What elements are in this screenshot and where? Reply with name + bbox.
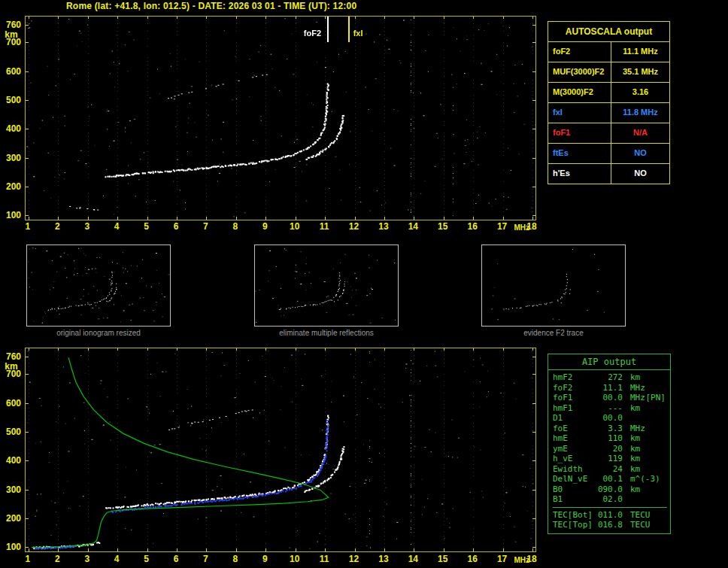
aip-param-unit: m^(-3)	[623, 474, 660, 484]
aip-param-name: hmE	[553, 433, 594, 444]
aip-param-name: TEC[Top]	[553, 520, 594, 530]
scaled-ionogram-panel	[25, 16, 536, 220]
aip-row-hmF2: hmF2272km	[553, 372, 667, 383]
y-axis-tick-label: 500	[2, 95, 21, 105]
x-axis-tick-label: 8	[227, 221, 244, 232]
autoscala-table-title: AUTOSCALA output	[548, 22, 669, 42]
aip-param-value: 00.0	[594, 413, 623, 424]
scaled-ionogram-canvas	[26, 17, 535, 220]
x-axis-tick-label: 12	[346, 554, 362, 564]
aip-param-value: 00.0	[594, 393, 623, 403]
aip-param-unit: TECU	[623, 510, 651, 521]
x-axis-tick-label: 11	[316, 221, 332, 232]
aip-param-value: 24	[594, 464, 623, 475]
aip-param-name: ymE	[553, 444, 594, 454]
y-axis-tick-label: 760	[2, 351, 21, 362]
aip-row-foF2: foF211.1MHz	[553, 383, 667, 393]
x-axis-tick-label: 13	[375, 221, 392, 232]
y-axis-unit-label: km	[2, 361, 21, 372]
aip-param-unit: km	[623, 372, 640, 383]
thumb-f2-evidence	[481, 245, 626, 327]
aip-row-B1: B102.0	[553, 494, 667, 505]
aip-row-TECTop: TEC[Top]016.8TECU	[553, 520, 667, 530]
aip-param-note: [PN]	[646, 393, 668, 403]
x-axis-tick-label: 9	[256, 554, 273, 564]
x-axis-tick-label: 15	[435, 221, 451, 232]
aip-param-name: foF1	[553, 393, 594, 403]
x-axis-tick-label: 17	[494, 554, 511, 564]
autoscala-row-hEs: h'EsNO	[548, 164, 669, 184]
x-axis-tick-label: 3	[79, 554, 96, 564]
x-axis-tick-label: 13	[375, 554, 392, 564]
x-axis-tick-label: 4	[108, 554, 125, 564]
x-axis-tick-label: 7	[197, 554, 214, 564]
aip-row-hmE: hmE110km	[553, 433, 667, 444]
aip-param-value: 3.3	[594, 424, 623, 434]
aip-param-name: D1	[553, 413, 594, 424]
aip-param-value: 11.1	[594, 383, 623, 393]
aip-param-unit: TECU	[623, 520, 651, 530]
x-axis-tick-label: 16	[464, 221, 481, 232]
aip-param-unit: km	[623, 464, 640, 475]
aip-param-name: B0	[553, 484, 594, 495]
autoscala-param-value: NO	[611, 164, 669, 184]
y-axis-tick-label: 200	[2, 513, 21, 524]
x-axis-tick-label: 8	[227, 554, 244, 564]
aip-param-value: 119	[594, 454, 623, 464]
x-axis-tick-label: 10	[287, 554, 303, 564]
aip-table-rows: hmF2272kmfoF211.1MHzfoF100.0MHz[PN]hmF1-…	[548, 370, 670, 533]
thumb-original-ionogram	[26, 245, 171, 327]
x-axis-tick-label: 2	[49, 554, 65, 564]
x-axis-unit-label: MHz	[514, 556, 529, 564]
aip-row-hmF1: hmF1---km	[553, 403, 667, 414]
aip-param-value: 02.0	[594, 494, 623, 505]
aip-row-D1: D100.0	[553, 413, 667, 424]
aip-row-TECBot: TEC[Bot]011.0TECU	[553, 510, 667, 521]
y-axis-tick-label: 300	[2, 153, 21, 163]
aip-param-value: ---	[594, 403, 623, 414]
autoscala-param-label: fxI	[548, 103, 611, 123]
autoscala-row-foF2: foF211.1 MHz	[548, 42, 669, 62]
aip-param-unit	[623, 413, 630, 424]
aip-row-Ewidth: Ewidth24km	[553, 464, 667, 475]
aip-output-table: AIP output hmF2272kmfoF211.1MHzfoF100.0M…	[548, 354, 671, 534]
aip-row-foF1: foF100.0MHz[PN]	[553, 393, 667, 403]
y-axis-tick-label: 200	[2, 181, 21, 192]
aip-param-value: 272	[594, 372, 623, 383]
aip-param-value: 00.1	[594, 474, 623, 484]
autoscala-param-value: N/A	[611, 123, 669, 143]
x-axis-tick-label: 6	[168, 221, 184, 232]
aip-separator	[553, 507, 667, 508]
x-axis-tick-label: 3	[79, 221, 96, 232]
aip-table-title: AIP output	[548, 354, 670, 370]
aip-row-ymE: ymE20km	[553, 444, 667, 454]
autoscala-param-value: NO	[611, 144, 669, 163]
aip-param-unit	[623, 494, 630, 505]
x-axis-tick-label: 4	[108, 221, 125, 232]
autoscala-output-table: AUTOSCALA output foF211.1 MHzMUF(3000)F2…	[548, 21, 670, 184]
profile-ionogram-panel	[25, 348, 536, 552]
autoscala-row-foF1: foF1N/A	[548, 123, 669, 144]
aip-param-unit: km	[623, 454, 640, 464]
x-axis-unit-label: MHz	[514, 223, 529, 232]
aip-row-B0: B0090.0km	[553, 484, 667, 495]
aip-param-value: 090.0	[594, 484, 623, 495]
aip-param-name: h_vE	[553, 454, 594, 464]
aip-row-foE: foE3.3MHz	[553, 424, 667, 434]
autoscala-table-rows: foF211.1 MHzMUF(3000)F235.1 MHzM(3000)F2…	[548, 42, 669, 184]
y-axis-tick-label: 400	[2, 455, 21, 466]
autoscala-param-value: 11.1 MHz	[611, 42, 669, 62]
marker-label-foF2: foF2	[288, 29, 321, 38]
x-axis-tick-label: 9	[256, 221, 273, 232]
y-axis-tick-label: 600	[2, 66, 21, 77]
aip-param-unit: km	[623, 484, 640, 495]
autoscala-row-MUF3000F2: MUF(3000)F235.1 MHz	[548, 62, 669, 83]
autoscala-row-ftEs: ftEsNO	[548, 144, 669, 164]
x-axis-tick-label: 11	[316, 554, 332, 564]
x-axis-tick-label: 1	[20, 221, 36, 232]
autoscala-param-value: 35.1 MHz	[611, 62, 669, 82]
aip-param-name: foF2	[553, 383, 594, 393]
y-axis-tick-label: 500	[2, 427, 21, 437]
x-axis-tick-label: 5	[138, 221, 155, 232]
x-axis-tick-label: 6	[168, 554, 184, 564]
